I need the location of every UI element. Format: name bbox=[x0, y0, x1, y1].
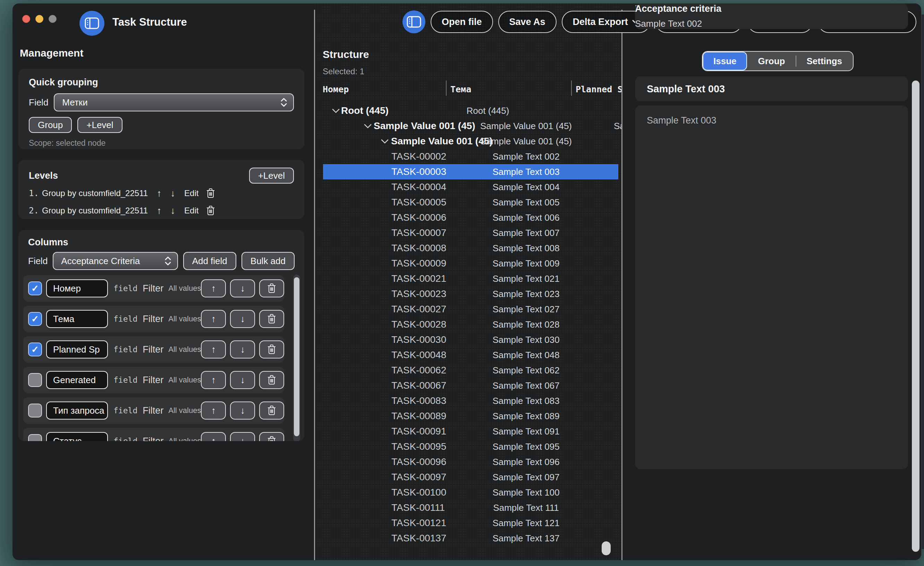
all-values-label[interactable]: All values bbox=[168, 314, 201, 323]
arrow-up-icon[interactable]: ↑ bbox=[201, 401, 226, 420]
tree-row[interactable]: TASK-00007 Sample Text 007 bbox=[323, 225, 618, 240]
tree-row[interactable]: TASK-00089 Sample Text 089 bbox=[323, 408, 618, 424]
tree-row[interactable]: TASK-00003 Sample Text 003 bbox=[323, 164, 618, 179]
edit-button[interactable]: Edit bbox=[184, 206, 198, 216]
add-field-button[interactable]: Add field bbox=[183, 252, 236, 270]
trash-icon[interactable] bbox=[259, 371, 284, 389]
column-name-input[interactable]: Planned Sp bbox=[46, 341, 108, 359]
tree-row[interactable]: TASK-00021 Sample Text 021 bbox=[323, 271, 618, 286]
filter-button[interactable]: Filter bbox=[142, 344, 164, 355]
tree-row[interactable]: TASK-00096 Sample Text 096 bbox=[323, 454, 618, 470]
trash-icon[interactable] bbox=[259, 310, 284, 328]
tree-row[interactable]: Root (445) Root (445) bbox=[323, 103, 618, 118]
column-header-number[interactable]: Номер bbox=[323, 83, 349, 96]
tree-row[interactable]: TASK-00048 Sample Text 048 bbox=[323, 347, 618, 363]
chevron-down-icon[interactable] bbox=[381, 134, 388, 149]
arrow-up-icon[interactable]: ↑ bbox=[201, 371, 226, 389]
all-values-label[interactable]: All values bbox=[168, 345, 201, 354]
tree-row[interactable]: TASK-00023 Sample Text 023 bbox=[323, 286, 618, 302]
tree-row[interactable]: TASK-00030 Sample Text 030 bbox=[323, 332, 618, 347]
arrow-down-icon[interactable]: ↓ bbox=[230, 432, 255, 441]
move-down-icon[interactable]: ↓ bbox=[171, 188, 176, 199]
tree-row[interactable]: TASK-00027 Sample Text 027 bbox=[323, 302, 618, 317]
arrow-down-icon[interactable]: ↓ bbox=[230, 310, 255, 328]
tab[interactable]: Settings bbox=[796, 52, 853, 71]
column-checkbox[interactable]: ✓ bbox=[28, 342, 42, 356]
add-level-button[interactable]: +Level bbox=[77, 117, 122, 133]
tree-scrollbar-thumb[interactable] bbox=[602, 541, 610, 555]
tree-row[interactable]: TASK-00005 Sample Text 005 bbox=[323, 195, 618, 210]
tree-row[interactable]: TASK-00028 Sample Text 028 bbox=[323, 317, 618, 332]
tree-row[interactable]: TASK-00097 Sample Text 097 bbox=[323, 470, 618, 485]
column-name-input[interactable]: Тема bbox=[46, 310, 108, 328]
all-values-label[interactable]: All values bbox=[168, 437, 201, 441]
column-checkbox[interactable]: ✓ bbox=[28, 281, 42, 295]
tree-row[interactable]: Sample Value 001 (45) Sample Value 001 (… bbox=[323, 118, 618, 134]
filter-button[interactable]: Filter bbox=[142, 375, 164, 386]
column-name-input[interactable]: Статус bbox=[46, 432, 108, 441]
arrow-down-icon[interactable]: ↓ bbox=[230, 401, 255, 420]
column-name-input[interactable]: Тип запроса bbox=[46, 401, 108, 420]
tree-row[interactable]: TASK-00121 Sample Text 121 bbox=[323, 515, 618, 531]
tree-row[interactable]: TASK-00095 Sample Text 095 bbox=[323, 439, 618, 454]
tree-row[interactable]: TASK-00083 Sample Text 083 bbox=[323, 393, 618, 408]
trash-icon[interactable] bbox=[259, 432, 284, 441]
column-checkbox[interactable]: ✓ bbox=[28, 404, 42, 417]
all-values-label[interactable]: All values bbox=[168, 375, 201, 384]
chevron-down-icon[interactable] bbox=[364, 118, 372, 134]
tree-row[interactable]: TASK-00091 Sample Text 091 bbox=[323, 424, 618, 439]
trash-icon[interactable] bbox=[206, 188, 215, 198]
move-down-icon[interactable]: ↓ bbox=[171, 206, 176, 216]
column-name-input[interactable]: Номер bbox=[46, 279, 108, 297]
tree-row[interactable]: TASK-00067 Sample Text 067 bbox=[323, 378, 618, 393]
filter-button[interactable]: Filter bbox=[142, 405, 164, 416]
chevron-down-icon[interactable] bbox=[332, 103, 340, 118]
move-up-icon[interactable]: ↑ bbox=[157, 206, 162, 216]
edit-button[interactable]: Edit bbox=[184, 188, 198, 198]
arrow-up-icon[interactable]: ↑ bbox=[201, 432, 226, 441]
filter-button[interactable]: Filter bbox=[142, 283, 164, 294]
tree-row[interactable]: TASK-00111 Sample Text 111 bbox=[323, 500, 618, 515]
tree-row[interactable]: TASK-00137 Sample Text 137 bbox=[323, 531, 618, 546]
trash-icon[interactable] bbox=[259, 279, 284, 297]
tab[interactable]: Issue bbox=[703, 52, 747, 71]
tree-row[interactable]: TASK-00008 Sample Text 008 bbox=[323, 240, 618, 256]
tree-row[interactable]: TASK-00002 Sample Text 002 bbox=[323, 149, 618, 164]
tree-row[interactable]: TASK-00100 Sample Text 100 bbox=[323, 485, 618, 500]
filter-button[interactable]: Filter bbox=[142, 314, 164, 324]
tree-row[interactable]: Sample Value 001 (45) Sample Value 001 (… bbox=[323, 134, 618, 149]
scrollbar-thumb[interactable] bbox=[294, 277, 300, 436]
columns-field-select[interactable]: Acceptance Criteria bbox=[53, 252, 178, 270]
arrow-up-icon[interactable]: ↑ bbox=[201, 279, 226, 297]
arrow-down-icon[interactable]: ↓ bbox=[230, 341, 255, 359]
column-name-input[interactable]: Generated bbox=[46, 371, 108, 389]
column-header-tema[interactable]: Тема bbox=[450, 83, 471, 96]
tab[interactable]: Group bbox=[747, 52, 796, 71]
all-values-label[interactable]: All values bbox=[168, 284, 201, 293]
trash-icon[interactable] bbox=[259, 401, 284, 420]
column-header-planned[interactable]: Planned S bbox=[576, 83, 621, 96]
grouping-field-select[interactable]: Метки bbox=[54, 93, 294, 111]
filter-button[interactable]: Filter bbox=[142, 436, 164, 441]
column-checkbox[interactable]: ✓ bbox=[28, 434, 42, 441]
add-level-button[interactable]: +Level bbox=[249, 168, 294, 183]
column-checkbox[interactable]: ✓ bbox=[28, 373, 42, 387]
trash-icon[interactable] bbox=[206, 206, 215, 216]
issue-description-card[interactable]: Sample Text 003 bbox=[635, 105, 908, 469]
arrow-up-icon[interactable]: ↑ bbox=[201, 310, 226, 328]
tree-row[interactable]: TASK-00009 Sample Text 009 bbox=[323, 256, 618, 271]
detail-scrollbar-thumb[interactable] bbox=[912, 81, 920, 552]
trash-icon[interactable] bbox=[259, 341, 284, 359]
tree-row[interactable]: TASK-00004 Sample Text 004 bbox=[323, 179, 618, 195]
tree-row[interactable]: TASK-00062 Sample Text 062 bbox=[323, 363, 618, 378]
all-values-label[interactable]: All values bbox=[168, 406, 201, 415]
arrow-up-icon[interactable]: ↑ bbox=[201, 341, 226, 359]
move-up-icon[interactable]: ↑ bbox=[157, 188, 162, 199]
arrow-down-icon[interactable]: ↓ bbox=[230, 371, 255, 389]
columns-scrollbar[interactable] bbox=[293, 275, 300, 441]
arrow-down-icon[interactable]: ↓ bbox=[230, 279, 255, 297]
group-button[interactable]: Group bbox=[29, 117, 72, 133]
bulk-add-button[interactable]: Bulk add bbox=[242, 252, 295, 270]
tree-row[interactable]: TASK-00006 Sample Text 006 bbox=[323, 210, 618, 225]
column-checkbox[interactable]: ✓ bbox=[28, 312, 42, 326]
